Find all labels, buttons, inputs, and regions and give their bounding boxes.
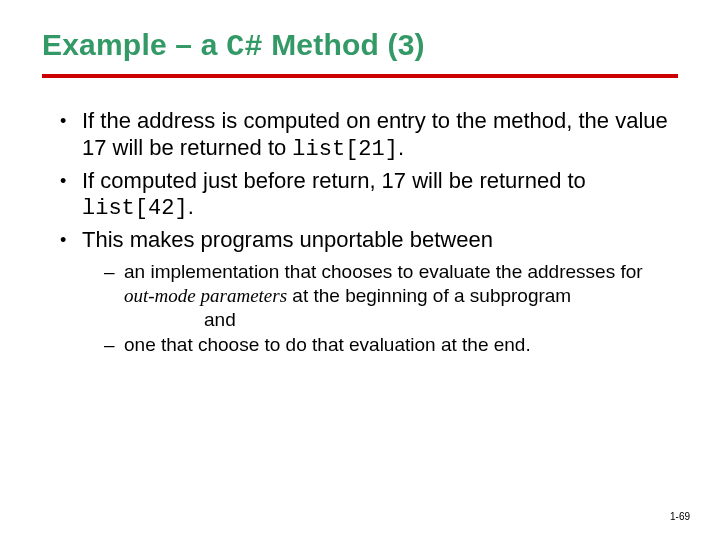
slide-container: Example – a C# Method (3) If the address… <box>0 0 720 540</box>
s1-post: at the beginning of a subprogram <box>287 285 571 306</box>
sub-bullet-list: an implementation that chooses to evalua… <box>82 260 678 357</box>
title-rule <box>42 74 678 78</box>
bullet-item-2: If computed just before return, 17 will … <box>56 168 678 224</box>
s1-and: and <box>124 308 236 332</box>
sub-bullet-2: one that choose to do that evaluation at… <box>102 333 678 357</box>
b2-text-post: . <box>188 194 194 219</box>
title-post: Method (3) <box>263 28 425 61</box>
b1-code: list[21] <box>292 137 398 162</box>
s2-text: one that choose to do that evaluation at… <box>124 334 531 355</box>
bullet-item-3: This makes programs unportable between a… <box>56 227 678 357</box>
title-pre: Example – a <box>42 28 226 61</box>
page-number: 1-69 <box>670 511 690 522</box>
sub-bullet-1: an implementation that chooses to evalua… <box>102 260 678 331</box>
title-code: C# <box>226 30 262 64</box>
s1-pre: an implementation that chooses to evalua… <box>124 261 643 282</box>
b1-text-post: . <box>398 135 404 160</box>
s1-em: out-mode parameters <box>124 285 287 306</box>
bullet-list: If the address is computed on entry to t… <box>42 108 678 357</box>
bullet-item-1: If the address is computed on entry to t… <box>56 108 678 164</box>
slide-title: Example – a C# Method (3) <box>42 28 678 64</box>
b2-text-pre: If computed just before return, 17 will … <box>82 168 586 193</box>
b3-text: This makes programs unportable between <box>82 227 493 252</box>
b2-code: list[42] <box>82 196 188 221</box>
